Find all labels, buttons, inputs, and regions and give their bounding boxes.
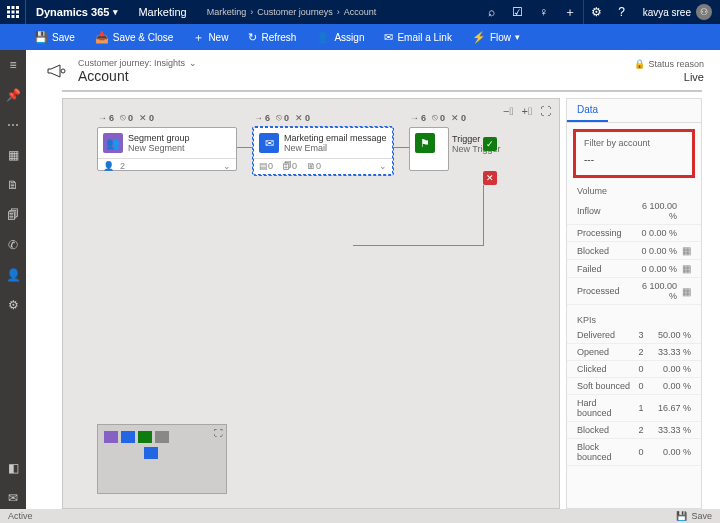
nav-more-icon[interactable]: ⋯ — [0, 114, 26, 136]
nav-pin-icon[interactable]: 📌 — [0, 84, 26, 106]
svg-rect-6 — [7, 15, 10, 18]
journey-canvas[interactable]: −⃝ +⃝ ⛶ →6⦸0✕0 👥 Segment groupNew Segmen… — [62, 98, 560, 509]
svg-rect-3 — [7, 11, 10, 14]
kpi-row: Block bounced00.00 % — [567, 439, 701, 466]
x-icon: ✕ — [483, 171, 497, 185]
mail-icon: ✉ — [259, 133, 279, 153]
save-close-button[interactable]: 📥Save & Close — [87, 24, 182, 50]
app-launcher[interactable] — [0, 0, 26, 24]
kpi-row: Opened233.33 % — [567, 344, 701, 361]
save-status-icon: 💾 — [676, 511, 687, 521]
svg-rect-4 — [11, 11, 14, 14]
check-icon: ✓ — [483, 137, 497, 151]
tile-email-message[interactable]: →6⦸0✕0 ✉ Marketing email messageNew Emai… — [253, 127, 393, 175]
people-icon: 👤 — [103, 161, 114, 171]
status-value: Live — [634, 71, 704, 83]
email-link-button[interactable]: ✉Email a Link — [376, 24, 459, 50]
search-icon[interactable]: ⌕ — [479, 0, 505, 24]
kpi-row: Hard bounced116.67 % — [567, 395, 701, 422]
refresh-button[interactable]: ↻Refresh — [240, 24, 304, 50]
kpi-row: Blocked233.33 % — [567, 422, 701, 439]
left-nav: ≡ 📌 ⋯ ▦ 🗎 🗐 ✆ 👤 ⚙ ◧ ✉ — [0, 50, 26, 509]
volume-row: Blocked0 0.00 %▦ — [567, 242, 701, 260]
nav-contact-icon[interactable]: 👤 — [0, 264, 26, 286]
svg-rect-5 — [16, 11, 19, 14]
kpi-row: Clicked00.00 % — [567, 361, 701, 378]
nav-phone-icon[interactable]: ✆ — [0, 234, 26, 256]
svg-rect-8 — [16, 15, 19, 18]
nav-mail-icon[interactable]: ✉ — [0, 487, 26, 509]
help-icon[interactable]: ? — [609, 0, 635, 24]
add-icon[interactable]: ＋ — [557, 0, 583, 24]
volume-row: Failed0 0.00 %▦ — [567, 260, 701, 278]
nav-doc-icon[interactable]: 🗎 — [0, 174, 26, 196]
insights-panel: Data Filter by account --- Volume Inflow… — [566, 98, 702, 509]
brand-dropdown[interactable]: Dynamics 365▾ — [26, 6, 128, 18]
segment-icon: 👥 — [103, 133, 123, 153]
trigger-icon: ⚑ — [415, 133, 435, 153]
filter-by-account[interactable]: Filter by account --- — [573, 129, 695, 178]
page-title: Account — [78, 68, 197, 84]
chevron-down-icon[interactable]: ⌄ — [189, 58, 197, 68]
megaphone-icon — [46, 62, 68, 80]
nav-feedback-icon[interactable]: ◧ — [0, 457, 26, 479]
flow-button[interactable]: ⚡Flow▾ — [464, 24, 528, 50]
assistant-icon[interactable]: ♀ — [531, 0, 557, 24]
fit-icon[interactable]: ⛶ — [540, 105, 551, 117]
new-button[interactable]: ＋New — [185, 24, 236, 50]
nav-settings-icon[interactable]: ⚙ — [0, 294, 26, 316]
lock-icon: 🔒 — [634, 59, 645, 69]
tile-segment-group[interactable]: →6⦸0✕0 👥 Segment groupNew Segment 👤2⌄ — [97, 127, 237, 171]
chevron-down-icon[interactable]: ⌄ — [223, 161, 231, 171]
expand-icon[interactable]: ⛶ — [214, 428, 223, 438]
assign-button[interactable]: 👤Assign — [308, 24, 372, 50]
user-menu[interactable]: kavya sree⚇ — [635, 4, 720, 20]
svg-rect-0 — [7, 6, 10, 9]
zoom-out-icon[interactable]: −⃝ — [503, 105, 513, 117]
status-bar: Active 💾Save — [0, 509, 720, 523]
tile-trigger[interactable]: →6⦸0✕0 ⚑ Trigger New Trigger — [409, 127, 449, 171]
settings-icon[interactable]: ⚙ — [583, 0, 609, 24]
kpi-row: Delivered350.00 % — [567, 327, 701, 344]
kpi-row: Soft bounced00.00 % — [567, 378, 701, 395]
tab-data[interactable]: Data — [567, 99, 608, 122]
volume-row: Processing0 0.00 % — [567, 225, 701, 242]
task-icon[interactable]: ☑ — [505, 0, 531, 24]
zoom-in-icon[interactable]: +⃝ — [522, 105, 532, 117]
command-bar: 💾Save 📥Save & Close ＋New ↻Refresh 👤Assig… — [0, 24, 720, 50]
nav-copy-icon[interactable]: 🗐 — [0, 204, 26, 226]
minimap[interactable]: ⛶ — [97, 424, 227, 494]
avatar: ⚇ — [696, 4, 712, 20]
svg-rect-1 — [11, 6, 14, 9]
volume-row: Inflow6 100.00 % — [567, 198, 701, 225]
nav-dashboard-icon[interactable]: ▦ — [0, 144, 26, 166]
svg-point-9 — [61, 69, 65, 73]
save-button[interactable]: 💾Save — [26, 24, 83, 50]
svg-rect-2 — [16, 6, 19, 9]
app-section[interactable]: Marketing — [128, 6, 196, 18]
chevron-down-icon: ▾ — [113, 7, 118, 17]
volume-row: Processed6 100.00 %▦ — [567, 278, 701, 305]
nav-menu-icon[interactable]: ≡ — [0, 54, 26, 76]
breadcrumb: Marketing›Customer journeys›Account — [197, 7, 387, 17]
svg-rect-7 — [11, 15, 14, 18]
global-topbar: Dynamics 365▾ Marketing Marketing›Custom… — [0, 0, 720, 24]
chevron-down-icon[interactable]: ⌄ — [379, 161, 387, 171]
page-header: Customer journey: Insights⌄ Account 🔒Sta… — [26, 50, 720, 90]
